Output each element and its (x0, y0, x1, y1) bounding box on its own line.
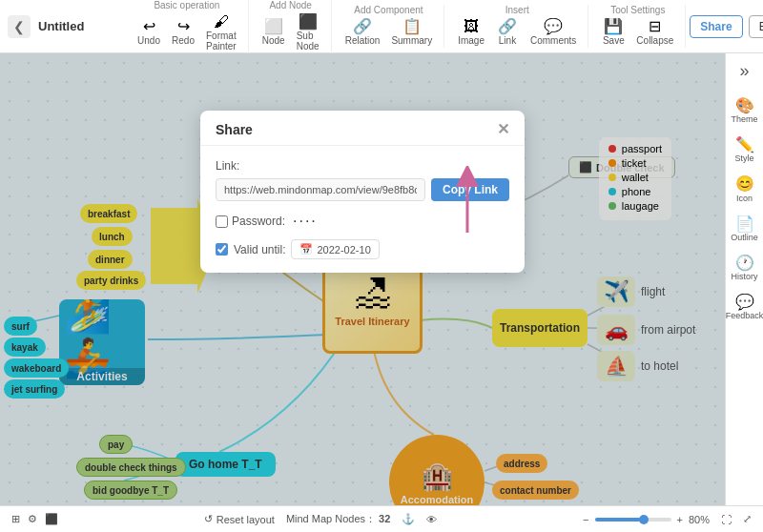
icon-icon: 😊 (735, 174, 754, 193)
settings-icon[interactable]: ⚙ (28, 513, 37, 525)
valid-row: Valid until: 📅 2022-02-10 (216, 239, 509, 259)
outline-button[interactable]: 📄 Outline (728, 211, 762, 246)
node-count-label: Mind Map Nodes： 32 (286, 512, 390, 526)
sub-node-button[interactable]: ⬛ Sub Node (293, 12, 323, 53)
redo-button[interactable]: ↪ Redo (168, 17, 198, 48)
undo-button[interactable]: ↩ Undo (134, 17, 164, 48)
password-row: Password: ···· (216, 213, 509, 230)
link-input[interactable] (216, 178, 425, 201)
right-sidebar: » 🎨 Theme ✏️ Style 😊 Icon 📄 Outline 🕐 Hi… (725, 53, 763, 505)
date-field[interactable]: 📅 2022-02-10 (291, 239, 379, 259)
history-button[interactable]: 🕐 History (728, 250, 762, 285)
link-button[interactable]: 🔗 Link (492, 17, 523, 48)
basic-operation-group: Basic operation ↩ Undo ↪ Redo 🖌 Format P… (126, 0, 249, 53)
fullscreen-button[interactable]: ⤢ (743, 513, 752, 525)
fit-screen-button[interactable]: ⛶ (721, 514, 732, 525)
add-node-group: Add Node ⬜ Node ⬛ Sub Node (251, 0, 332, 53)
collapse-button[interactable]: ⊟ Collapse (632, 17, 677, 48)
share-button[interactable]: Share (690, 15, 742, 38)
comments-button[interactable]: 💬 Comments (526, 17, 580, 48)
summary-button[interactable]: 📋 Summary (387, 17, 436, 48)
save-button[interactable]: 💾 Save (598, 17, 629, 48)
zoom-slider[interactable] (595, 518, 671, 522)
theme-icon: 🎨 (735, 96, 754, 114)
modal-header: Share ✕ (200, 111, 525, 146)
modal-close-button[interactable]: ✕ (497, 122, 509, 137)
style-icon: ✏️ (735, 135, 754, 153)
valid-until-label: Valid until: (234, 243, 285, 256)
tool-settings-group: Tool Settings 💾 Save ⊟ Collapse (590, 5, 686, 48)
style-button[interactable]: ✏️ Style (728, 132, 762, 167)
zoom-out-button[interactable]: − (583, 514, 588, 525)
bottom-bar: ⊞ ⚙ ⬛ ↺ Reset layout Mind Map Nodes： 32 … (0, 505, 763, 532)
layers-icon[interactable]: ⬛ (45, 513, 58, 525)
link-label: Link: (216, 159, 509, 173)
icon-button[interactable]: 😊 Icon (728, 171, 762, 206)
feedback-icon: 💬 (735, 293, 754, 311)
feedback-button[interactable]: 💬 Feedback (728, 289, 762, 324)
anchor-icon[interactable]: ⚓ (402, 513, 415, 525)
history-icon: 🕐 (735, 254, 754, 272)
toolbar: ❮ Untitled Basic operation ↩ Undo ↪ Redo… (0, 0, 763, 53)
export-button[interactable]: Export (749, 15, 763, 38)
password-dots: ···· (293, 213, 318, 230)
share-modal: Share ✕ Link: Copy Link Password: ··· (200, 111, 525, 273)
valid-until-checkbox[interactable] (216, 243, 228, 256)
reset-layout-button[interactable]: ↺ Reset layout (204, 513, 275, 525)
node-count: 32 (379, 513, 390, 524)
relation-button[interactable]: 🔗 Relation (341, 17, 384, 48)
eye-icon[interactable]: 👁 (426, 514, 437, 525)
modal-overlay: Share ✕ Link: Copy Link Password: ··· (0, 53, 725, 505)
theme-button[interactable]: 🎨 Theme (728, 92, 762, 128)
image-button[interactable]: 🖼 Image (454, 17, 488, 48)
node-button[interactable]: ⬜ Node (258, 17, 289, 48)
copy-link-button[interactable]: Copy Link (431, 178, 509, 201)
sidebar-collapse-button[interactable]: » (739, 61, 749, 81)
modal-title: Share (216, 122, 253, 137)
format-painter-button[interactable]: 🖌 Format Painter (202, 12, 240, 53)
zoom-controls: − + 80% (583, 514, 710, 525)
password-checkbox-label: Password: (216, 215, 285, 228)
back-button[interactable]: ❮ (8, 15, 31, 38)
insert-group: Insert 🖼 Image 🔗 Link 💬 Comments (446, 5, 588, 48)
reset-icon: ↺ (204, 513, 213, 525)
password-label: Password: (232, 215, 285, 228)
grid-icon[interactable]: ⊞ (11, 513, 20, 525)
valid-date: 2022-02-10 (317, 244, 370, 256)
zoom-level: 80% (689, 514, 710, 525)
outline-icon: 📄 (735, 215, 754, 233)
link-row: Copy Link (216, 178, 509, 201)
app-title: Untitled (38, 19, 84, 33)
mind-map-canvas[interactable]: breakfast lunch dinner party drinks 🏄🚣 A… (0, 53, 725, 505)
password-checkbox[interactable] (216, 215, 228, 228)
zoom-in-button[interactable]: + (677, 514, 683, 525)
add-component-group: Add Component 🔗 Relation 📋 Summary (334, 5, 445, 48)
